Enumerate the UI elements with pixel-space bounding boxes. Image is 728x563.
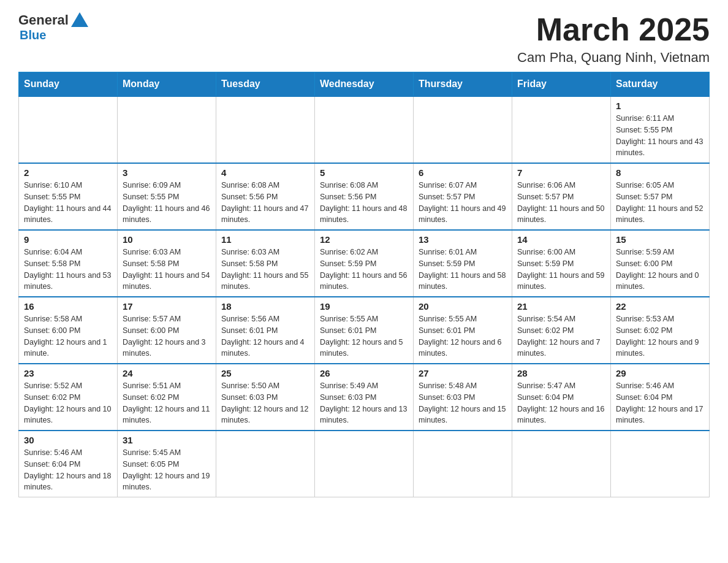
logo-triangle-icon — [71, 12, 88, 27]
calendar-header-row: SundayMondayTuesdayWednesdayThursdayFrid… — [19, 72, 710, 97]
day-info: Sunrise: 5:59 AM Sunset: 6:00 PM Dayligh… — [616, 247, 704, 293]
calendar-cell: 21Sunrise: 5:54 AM Sunset: 6:02 PM Dayli… — [512, 297, 611, 364]
calendar-cell: 27Sunrise: 5:48 AM Sunset: 6:03 PM Dayli… — [414, 364, 512, 431]
day-info: Sunrise: 5:56 AM Sunset: 6:01 PM Dayligh… — [221, 313, 309, 359]
calendar-cell: 26Sunrise: 5:49 AM Sunset: 6:03 PM Dayli… — [315, 364, 414, 431]
day-number: 19 — [320, 301, 408, 312]
day-number: 1 — [616, 101, 704, 111]
calendar-week-row: 16Sunrise: 5:58 AM Sunset: 6:00 PM Dayli… — [19, 297, 710, 364]
title-section: March 2025 Cam Pha, Quang Ninh, Vietnam — [517, 12, 710, 66]
calendar-table: SundayMondayTuesdayWednesdayThursdayFrid… — [18, 72, 710, 497]
calendar-cell: 28Sunrise: 5:47 AM Sunset: 6:04 PM Dayli… — [512, 364, 611, 431]
day-number: 3 — [123, 167, 211, 178]
calendar-cell: 9Sunrise: 6:04 AM Sunset: 5:58 PM Daylig… — [19, 230, 118, 297]
page-header: General Blue March 2025 Cam Pha, Quang N… — [18, 12, 710, 66]
day-info: Sunrise: 5:48 AM Sunset: 6:03 PM Dayligh… — [419, 380, 507, 426]
logo: General Blue — [18, 12, 88, 42]
calendar-week-row: 1Sunrise: 6:11 AM Sunset: 5:55 PM Daylig… — [19, 96, 710, 163]
day-info: Sunrise: 6:02 AM Sunset: 5:59 PM Dayligh… — [320, 247, 408, 293]
day-number: 21 — [517, 301, 605, 312]
day-info: Sunrise: 6:07 AM Sunset: 5:57 PM Dayligh… — [419, 180, 507, 226]
day-info: Sunrise: 6:03 AM Sunset: 5:58 PM Dayligh… — [123, 247, 211, 293]
calendar-cell: 18Sunrise: 5:56 AM Sunset: 6:01 PM Dayli… — [216, 297, 315, 364]
calendar-cell — [512, 431, 611, 497]
calendar-cell: 30Sunrise: 5:46 AM Sunset: 6:04 PM Dayli… — [19, 431, 118, 497]
calendar-cell: 12Sunrise: 6:02 AM Sunset: 5:59 PM Dayli… — [315, 230, 414, 297]
day-info: Sunrise: 5:52 AM Sunset: 6:02 PM Dayligh… — [24, 380, 112, 426]
day-number: 2 — [24, 167, 112, 178]
calendar-cell: 11Sunrise: 6:03 AM Sunset: 5:58 PM Dayli… — [216, 230, 315, 297]
calendar-cell — [315, 431, 414, 497]
calendar-cell: 10Sunrise: 6:03 AM Sunset: 5:58 PM Dayli… — [118, 230, 216, 297]
day-number: 25 — [221, 368, 309, 378]
day-info: Sunrise: 5:53 AM Sunset: 6:02 PM Dayligh… — [616, 313, 704, 359]
day-info: Sunrise: 5:45 AM Sunset: 6:05 PM Dayligh… — [123, 447, 211, 493]
calendar-cell — [414, 431, 512, 497]
calendar-cell: 3Sunrise: 6:09 AM Sunset: 5:55 PM Daylig… — [118, 163, 216, 230]
day-info: Sunrise: 5:54 AM Sunset: 6:02 PM Dayligh… — [517, 313, 605, 359]
calendar-cell: 1Sunrise: 6:11 AM Sunset: 5:55 PM Daylig… — [611, 96, 710, 163]
day-info: Sunrise: 6:04 AM Sunset: 5:58 PM Dayligh… — [24, 247, 112, 293]
day-number: 23 — [24, 368, 112, 378]
calendar-cell: 14Sunrise: 6:00 AM Sunset: 5:59 PM Dayli… — [512, 230, 611, 297]
calendar-cell — [216, 96, 315, 163]
day-number: 5 — [320, 167, 408, 178]
location-subtitle: Cam Pha, Quang Ninh, Vietnam — [517, 50, 710, 66]
calendar-cell: 29Sunrise: 5:46 AM Sunset: 6:04 PM Dayli… — [611, 364, 710, 431]
calendar-cell: 23Sunrise: 5:52 AM Sunset: 6:02 PM Dayli… — [19, 364, 118, 431]
day-info: Sunrise: 6:10 AM Sunset: 5:55 PM Dayligh… — [24, 180, 112, 226]
calendar-cell: 6Sunrise: 6:07 AM Sunset: 5:57 PM Daylig… — [414, 163, 512, 230]
calendar-cell — [19, 96, 118, 163]
weekday-header-wednesday: Wednesday — [315, 72, 414, 97]
day-info: Sunrise: 5:46 AM Sunset: 6:04 PM Dayligh… — [616, 380, 704, 426]
calendar-cell: 17Sunrise: 5:57 AM Sunset: 6:00 PM Dayli… — [118, 297, 216, 364]
day-number: 29 — [616, 368, 704, 378]
day-number: 28 — [517, 368, 605, 378]
weekday-header-monday: Monday — [118, 72, 216, 97]
day-number: 30 — [24, 435, 112, 445]
calendar-cell: 16Sunrise: 5:58 AM Sunset: 6:00 PM Dayli… — [19, 297, 118, 364]
day-info: Sunrise: 6:06 AM Sunset: 5:57 PM Dayligh… — [517, 180, 605, 226]
day-number: 9 — [24, 234, 112, 245]
calendar-week-row: 2Sunrise: 6:10 AM Sunset: 5:55 PM Daylig… — [19, 163, 710, 230]
month-year-title: March 2025 — [517, 12, 710, 47]
day-number: 13 — [419, 234, 507, 245]
day-info: Sunrise: 5:47 AM Sunset: 6:04 PM Dayligh… — [517, 380, 605, 426]
calendar-cell: 24Sunrise: 5:51 AM Sunset: 6:02 PM Dayli… — [118, 364, 216, 431]
day-info: Sunrise: 5:55 AM Sunset: 6:01 PM Dayligh… — [320, 313, 408, 359]
day-number: 17 — [123, 301, 211, 312]
day-info: Sunrise: 5:50 AM Sunset: 6:03 PM Dayligh… — [221, 380, 309, 426]
day-info: Sunrise: 6:08 AM Sunset: 5:56 PM Dayligh… — [221, 180, 309, 226]
calendar-cell — [118, 96, 216, 163]
calendar-cell — [611, 431, 710, 497]
day-number: 15 — [616, 234, 704, 245]
calendar-cell: 4Sunrise: 6:08 AM Sunset: 5:56 PM Daylig… — [216, 163, 315, 230]
calendar-cell: 25Sunrise: 5:50 AM Sunset: 6:03 PM Dayli… — [216, 364, 315, 431]
weekday-header-tuesday: Tuesday — [216, 72, 315, 97]
calendar-week-row: 9Sunrise: 6:04 AM Sunset: 5:58 PM Daylig… — [19, 230, 710, 297]
weekday-header-saturday: Saturday — [611, 72, 710, 97]
day-number: 22 — [616, 301, 704, 312]
calendar-week-row: 23Sunrise: 5:52 AM Sunset: 6:02 PM Dayli… — [19, 364, 710, 431]
day-number: 14 — [517, 234, 605, 245]
day-info: Sunrise: 5:55 AM Sunset: 6:01 PM Dayligh… — [419, 313, 507, 359]
day-info: Sunrise: 5:49 AM Sunset: 6:03 PM Dayligh… — [320, 380, 408, 426]
calendar-cell: 20Sunrise: 5:55 AM Sunset: 6:01 PM Dayli… — [414, 297, 512, 364]
day-info: Sunrise: 5:46 AM Sunset: 6:04 PM Dayligh… — [24, 447, 112, 493]
calendar-cell: 15Sunrise: 5:59 AM Sunset: 6:00 PM Dayli… — [611, 230, 710, 297]
day-info: Sunrise: 6:11 AM Sunset: 5:55 PM Dayligh… — [616, 113, 704, 159]
day-info: Sunrise: 6:00 AM Sunset: 5:59 PM Dayligh… — [517, 247, 605, 293]
day-info: Sunrise: 6:08 AM Sunset: 5:56 PM Dayligh… — [320, 180, 408, 226]
day-info: Sunrise: 6:05 AM Sunset: 5:57 PM Dayligh… — [616, 180, 704, 226]
weekday-header-thursday: Thursday — [414, 72, 512, 97]
day-number: 11 — [221, 234, 309, 245]
calendar-cell: 8Sunrise: 6:05 AM Sunset: 5:57 PM Daylig… — [611, 163, 710, 230]
calendar-week-row: 30Sunrise: 5:46 AM Sunset: 6:04 PM Dayli… — [19, 431, 710, 497]
day-number: 4 — [221, 167, 309, 178]
day-info: Sunrise: 6:01 AM Sunset: 5:59 PM Dayligh… — [419, 247, 507, 293]
day-number: 12 — [320, 234, 408, 245]
calendar-cell: 5Sunrise: 6:08 AM Sunset: 5:56 PM Daylig… — [315, 163, 414, 230]
day-info: Sunrise: 6:03 AM Sunset: 5:58 PM Dayligh… — [221, 247, 309, 293]
calendar-cell — [414, 96, 512, 163]
day-number: 31 — [123, 435, 211, 445]
